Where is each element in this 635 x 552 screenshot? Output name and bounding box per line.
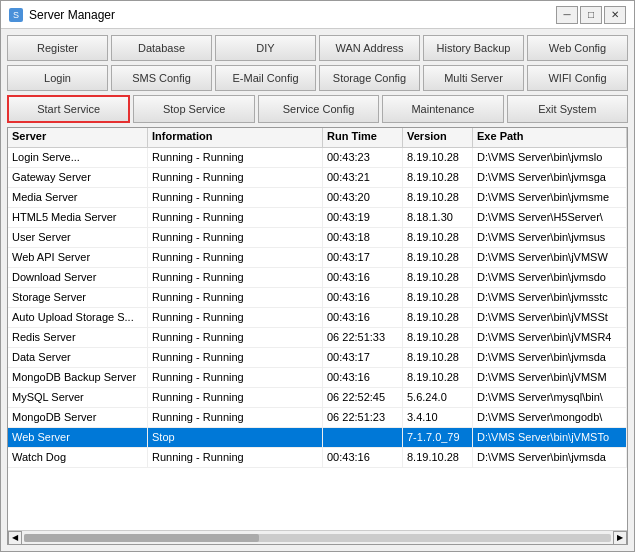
wifi-config-button[interactable]: WIFI Config	[527, 65, 628, 91]
table-body[interactable]: Login Serve...Running - Running00:43:238…	[8, 148, 627, 530]
cell-server: Download Server	[8, 268, 148, 287]
cell-server: Gateway Server	[8, 168, 148, 187]
cell-path: D:\VMS Server\bin\jvmsda	[473, 448, 627, 467]
cell-server: Media Server	[8, 188, 148, 207]
cell-path: D:\VMS Server\bin\jVMSM	[473, 368, 627, 387]
multi-server-button[interactable]: Multi Server	[423, 65, 524, 91]
cell-version: 8.19.10.28	[403, 448, 473, 467]
cell-info: Running - Running	[148, 308, 323, 327]
cell-path: D:\VMS Server\mongodb\	[473, 408, 627, 427]
title-bar-left: S Server Manager	[9, 8, 115, 22]
toolbar-row-2: Login SMS Config E-Mail Config Storage C…	[7, 65, 628, 91]
table-row[interactable]: MongoDB Backup ServerRunning - Running00…	[8, 368, 627, 388]
server-manager-window: S Server Manager ─ □ ✕ Register Database…	[0, 0, 635, 552]
table-row[interactable]: MySQL ServerRunning - Running06 22:52:45…	[8, 388, 627, 408]
minimize-button[interactable]: ─	[556, 6, 578, 24]
cell-runtime: 06 22:52:45	[323, 388, 403, 407]
exit-system-button[interactable]: Exit System	[507, 95, 628, 123]
horizontal-scrollbar[interactable]: ◀ ▶	[8, 530, 627, 544]
cell-server: Web API Server	[8, 248, 148, 267]
cell-path: D:\VMS Server\bin\jVMSR4	[473, 328, 627, 347]
table-row[interactable]: Web API ServerRunning - Running00:43:178…	[8, 248, 627, 268]
close-button[interactable]: ✕	[604, 6, 626, 24]
cell-runtime: 00:43:17	[323, 348, 403, 367]
cell-path: D:\VMS Server\mysql\bin\	[473, 388, 627, 407]
email-config-button[interactable]: E-Mail Config	[215, 65, 316, 91]
table-row[interactable]: HTML5 Media ServerRunning - Running00:43…	[8, 208, 627, 228]
cell-runtime	[323, 428, 403, 447]
cell-runtime: 00:43:16	[323, 448, 403, 467]
cell-path: D:\VMS Server\bin\jVMSSt	[473, 308, 627, 327]
cell-version: 7-1.7.0_79	[403, 428, 473, 447]
cell-version: 8.19.10.28	[403, 168, 473, 187]
table-row[interactable]: Storage ServerRunning - Running00:43:168…	[8, 288, 627, 308]
cell-version: 8.19.10.28	[403, 288, 473, 307]
cell-version: 8.19.10.28	[403, 348, 473, 367]
cell-version: 3.4.10	[403, 408, 473, 427]
cell-info: Running - Running	[148, 368, 323, 387]
cell-version: 8.19.10.28	[403, 368, 473, 387]
table-row[interactable]: Download ServerRunning - Running00:43:16…	[8, 268, 627, 288]
cell-path: D:\VMS Server\bin\jvmsdo	[473, 268, 627, 287]
cell-version: 5.6.24.0	[403, 388, 473, 407]
table-row[interactable]: MongoDB ServerRunning - Running06 22:51:…	[8, 408, 627, 428]
title-bar: S Server Manager ─ □ ✕	[1, 1, 634, 29]
table-row[interactable]: Data ServerRunning - Running00:43:178.19…	[8, 348, 627, 368]
cell-server: Redis Server	[8, 328, 148, 347]
cell-server: HTML5 Media Server	[8, 208, 148, 227]
cell-server: Login Serve...	[8, 148, 148, 167]
cell-info: Running - Running	[148, 348, 323, 367]
scroll-left-button[interactable]: ◀	[8, 531, 22, 545]
cell-version: 8.19.10.28	[403, 248, 473, 267]
cell-version: 8.19.10.28	[403, 308, 473, 327]
cell-runtime: 00:43:20	[323, 188, 403, 207]
table-row[interactable]: Auto Upload Storage S...Running - Runnin…	[8, 308, 627, 328]
app-icon: S	[9, 8, 23, 22]
sms-config-button[interactable]: SMS Config	[111, 65, 212, 91]
maintenance-button[interactable]: Maintenance	[382, 95, 503, 123]
cell-info: Running - Running	[148, 448, 323, 467]
table-header: Server Information Run Time Version Exe …	[8, 128, 627, 148]
scroll-track-bg	[24, 534, 611, 542]
web-config-button[interactable]: Web Config	[527, 35, 628, 61]
scroll-right-button[interactable]: ▶	[613, 531, 627, 545]
table-row[interactable]: User ServerRunning - Running00:43:188.19…	[8, 228, 627, 248]
database-button[interactable]: Database	[111, 35, 212, 61]
table-row[interactable]: Login Serve...Running - Running00:43:238…	[8, 148, 627, 168]
stop-service-button[interactable]: Stop Service	[133, 95, 254, 123]
cell-server: Web Server	[8, 428, 148, 447]
col-exepath: Exe Path	[473, 128, 627, 147]
table-row[interactable]: Media ServerRunning - Running00:43:208.1…	[8, 188, 627, 208]
register-button[interactable]: Register	[7, 35, 108, 61]
cell-runtime: 00:43:17	[323, 248, 403, 267]
wan-address-button[interactable]: WAN Address	[319, 35, 420, 61]
login-button[interactable]: Login	[7, 65, 108, 91]
cell-runtime: 00:43:16	[323, 368, 403, 387]
service-config-button[interactable]: Service Config	[258, 95, 379, 123]
cell-info: Stop	[148, 428, 323, 447]
cell-version: 8.19.10.28	[403, 228, 473, 247]
diy-button[interactable]: DIY	[215, 35, 316, 61]
toolbar-row-1: Register Database DIY WAN Address Histor…	[7, 35, 628, 61]
maximize-button[interactable]: □	[580, 6, 602, 24]
cell-path: D:\VMS Server\bin\jvmsme	[473, 188, 627, 207]
cell-path: D:\VMS Server\bin\jvmsus	[473, 228, 627, 247]
cell-info: Running - Running	[148, 148, 323, 167]
history-backup-button[interactable]: History Backup	[423, 35, 524, 61]
table-row[interactable]: Gateway ServerRunning - Running00:43:218…	[8, 168, 627, 188]
table-row[interactable]: Web ServerStop7-1.7.0_79D:\VMS Server\bi…	[8, 428, 627, 448]
table-row[interactable]: Redis ServerRunning - Running06 22:51:33…	[8, 328, 627, 348]
cell-server: MySQL Server	[8, 388, 148, 407]
cell-server: Storage Server	[8, 288, 148, 307]
cell-runtime: 00:43:16	[323, 268, 403, 287]
start-service-button[interactable]: Start Service	[7, 95, 130, 123]
col-server: Server	[8, 128, 148, 147]
cell-info: Running - Running	[148, 408, 323, 427]
scroll-track[interactable]	[22, 531, 613, 545]
table-row[interactable]: Watch DogRunning - Running00:43:168.19.1…	[8, 448, 627, 468]
cell-info: Running - Running	[148, 188, 323, 207]
cell-server: Auto Upload Storage S...	[8, 308, 148, 327]
storage-config-button[interactable]: Storage Config	[319, 65, 420, 91]
scroll-thumb[interactable]	[24, 534, 259, 542]
cell-version: 8.18.1.30	[403, 208, 473, 227]
